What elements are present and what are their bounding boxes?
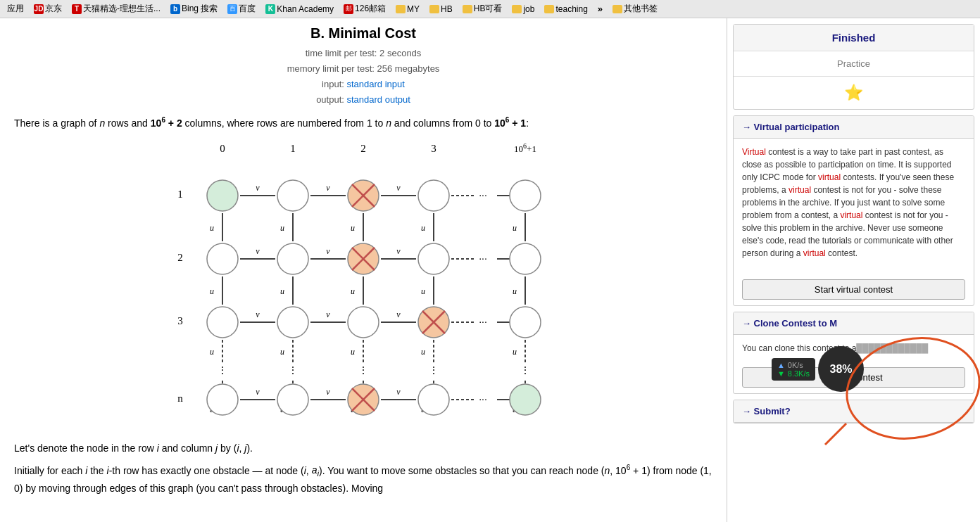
- edge-label-u: u: [351, 286, 355, 296]
- content-area: B. Minimal Cost time limit per test: 2 s…: [0, 18, 727, 522]
- input-type: input: standard input: [14, 77, 712, 92]
- initial-paragraph: Initially for each i the i-th row has ex…: [14, 462, 712, 497]
- edge-label-u: u: [280, 223, 284, 233]
- submit-section: → Submit?: [733, 400, 974, 424]
- vp-virtual-1: Virtual: [742, 147, 766, 157]
- cols-formula: 106 + 2: [151, 117, 182, 129]
- ellipsis-row3: ···: [479, 316, 487, 327]
- edge-label-u: u: [421, 223, 425, 233]
- jd-icon: JD: [34, 4, 44, 14]
- submit-header[interactable]: → Submit?: [734, 400, 974, 423]
- memory-limit: memory limit per test: 256 megabytes: [14, 61, 712, 77]
- bm-more[interactable]: »: [595, 2, 605, 15]
- edge-label-v: v: [326, 387, 330, 397]
- bm-job-label: job: [523, 4, 534, 14]
- last-col-exp: 6: [505, 116, 510, 124]
- download-widget-container: ▲ 0K/s ▼ 8.3K/s 38%: [772, 346, 864, 392]
- bm-jd[interactable]: JD 京东: [31, 1, 65, 16]
- output-link[interactable]: standard output: [347, 94, 410, 105]
- download-circle[interactable]: 38%: [818, 346, 864, 392]
- problem-meta: time limit per test: 2 seconds memory li…: [14, 46, 712, 108]
- more-label: »: [598, 4, 603, 14]
- bm-tianmao-label: 天猫精选-理想生活...: [83, 3, 161, 15]
- edge-label-u: u: [210, 347, 214, 357]
- edge-label-u: u: [513, 223, 517, 233]
- edge-label-v: v: [326, 183, 330, 193]
- input-link[interactable]: standard input: [347, 79, 405, 89]
- node-3-last: [510, 307, 541, 338]
- bm-jd-label: 京东: [45, 3, 62, 15]
- bm-baidu[interactable]: 百 百度: [225, 1, 258, 16]
- sidebar: Finished Practice ⭐ → Virtual participat…: [727, 18, 980, 522]
- apps-label: 应用: [7, 3, 24, 15]
- bm-my[interactable]: MY: [393, 3, 422, 15]
- virtual-participation-section: → Virtual participation Virtual contest …: [733, 115, 974, 306]
- edge-label-u: u: [351, 347, 355, 357]
- finished-section: Finished Practice ⭐: [733, 24, 974, 110]
- bm-apps[interactable]: 应用: [4, 1, 27, 16]
- node-n-0: [207, 384, 238, 415]
- bm-teaching[interactable]: teaching: [541, 3, 590, 15]
- job-folder-icon: [512, 5, 522, 13]
- var-i2: i: [85, 464, 87, 476]
- start-virtual-btn[interactable]: Start virtual contest: [742, 279, 965, 300]
- node-1-3: [418, 180, 449, 211]
- node-2-1: [277, 243, 308, 274]
- edge-label-v: v: [396, 246, 401, 256]
- bm-khan-label: Khan Academy: [277, 4, 334, 14]
- bm-khan[interactable]: K Khan Academy: [263, 3, 337, 15]
- bm-job[interactable]: job: [509, 3, 537, 15]
- edge-label-u: u: [280, 347, 284, 357]
- col-label-1: 1: [290, 143, 296, 154]
- bm-tianmao[interactable]: T 天猫精选-理想生活...: [69, 1, 163, 16]
- ellipsis-row1: ···: [479, 189, 487, 200]
- col-label-3: 3: [431, 143, 436, 154]
- ellipsis-col4-vert: ⋮: [520, 364, 530, 376]
- vp-content: Virtual contest is a way to take part in…: [734, 139, 974, 274]
- node-1-last: [510, 180, 541, 211]
- vp-header[interactable]: → Virtual participation: [734, 116, 974, 139]
- ellipsis-col1-vert: ⋮: [288, 364, 298, 376]
- bm-other-label: 其他书签: [624, 3, 658, 15]
- node-n-3: [418, 384, 449, 415]
- bm-other[interactable]: 其他书签: [610, 1, 660, 16]
- bm-teaching-label: teaching: [555, 4, 587, 14]
- node-3-1: [277, 307, 308, 338]
- down-speed-row: ▼ 8.3K/s: [777, 369, 810, 378]
- row-label-3: 3: [177, 315, 183, 326]
- statement-paragraph-1: There is a graph of n rows and 106 + 2 c…: [14, 115, 712, 131]
- row-col-paragraph: Let's denote the node in the row i and c…: [14, 440, 712, 456]
- clone-header[interactable]: → Clone Contest to M: [734, 312, 974, 335]
- ellipsis-row2: ···: [479, 253, 487, 264]
- edge-label-v: v: [256, 387, 260, 397]
- edge-label-v: v: [256, 246, 260, 256]
- bm-bing[interactable]: b Bing 搜索: [168, 1, 220, 16]
- bm-126[interactable]: 邮 126邮箱: [341, 1, 389, 16]
- bm-my-label: MY: [407, 4, 420, 14]
- ellipsis-col3-vert: ⋮: [429, 364, 439, 376]
- down-arrow-icon: ▼: [777, 369, 785, 378]
- bm-hbkan[interactable]: HB可看: [460, 1, 505, 16]
- edge-label-v: v: [396, 310, 401, 319]
- edge-label-u: u: [351, 223, 355, 233]
- output-type: output: standard output: [14, 92, 712, 108]
- baidu-icon: 百: [227, 4, 237, 14]
- edge-label-v: v: [396, 183, 401, 193]
- row-label-2: 2: [177, 252, 183, 263]
- var-i: i: [157, 443, 159, 454]
- star-rating[interactable]: ⭐: [734, 77, 974, 109]
- node-n-last: [510, 384, 541, 415]
- graph-svg: 0 1 2 3 106+1 1 2 3 n: [159, 138, 567, 433]
- col-label-0: 0: [220, 143, 225, 154]
- problem-title: B. Minimal Cost: [14, 25, 712, 42]
- var-n2: n: [386, 117, 391, 129]
- edge-label-v: v: [396, 387, 401, 397]
- var-n: n: [99, 117, 105, 129]
- up-speed: 0K/s: [788, 361, 803, 369]
- bm-hb[interactable]: HB: [427, 3, 456, 15]
- browser-bookmarks-bar: 应用 JD 京东 T 天猫精选-理想生活... b Bing 搜索 百 百度 K…: [0, 0, 980, 18]
- node-1-1: [277, 180, 308, 211]
- node-3-2: [348, 307, 379, 338]
- graph-diagram: 0 1 2 3 106+1 1 2 3 n: [14, 138, 712, 433]
- problem-statement: There is a graph of n rows and 106 + 2 c…: [14, 115, 712, 496]
